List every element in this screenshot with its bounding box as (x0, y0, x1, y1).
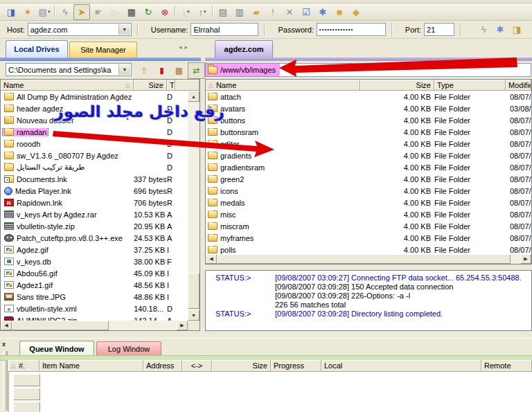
vertical-scrollbar[interactable]: ▲ ▼ (188, 91, 200, 321)
refresh-icon[interactable]: ↻ (140, 4, 157, 20)
quick-connect-icon[interactable]: ϟ (475, 21, 492, 37)
column-header-item-name[interactable]: Item Name (39, 360, 143, 372)
new-document-icon[interactable]: ▤ (36, 4, 53, 20)
list-item[interactable]: miscram 4.00 KB File Folder 08/07/ (206, 220, 531, 232)
list-item[interactable]: misc 4.00 KB File Folder 08/07/ (206, 208, 531, 220)
list-item[interactable]: buttons 4.00 KB File Folder 08/07/ (206, 114, 531, 126)
stop-icon[interactable]: ⊗ (157, 4, 173, 20)
list-item[interactable]: Documents.lnk 337 bytes R (1, 173, 188, 185)
column-header-name[interactable]: Name (1, 80, 134, 91)
chevron-down-icon[interactable]: ▼ (118, 24, 130, 35)
new-folder-icon[interactable]: ▰ (248, 4, 265, 20)
password-field[interactable]: ••••••••••••• (317, 23, 386, 36)
list-item[interactable]: Patch_cuteftp.pro.v8.0.3++.exe 24.53 KB … (1, 232, 188, 244)
close-icon[interactable]: x (2, 341, 6, 348)
column-header-type[interactable]: T (167, 80, 175, 91)
column-header-number[interactable]: #. (8, 360, 39, 372)
tab-remote-site[interactable]: agdez.com (215, 40, 273, 57)
scrollbar-thumb[interactable] (188, 273, 200, 309)
column-header-modified[interactable]: Modified (506, 80, 531, 91)
scrollbar-thumb[interactable] (12, 321, 109, 330)
alert-icon[interactable]: ! (265, 4, 281, 20)
list-item[interactable]: ramadan D (1, 126, 188, 138)
tab-scroll-arrows[interactable]: ◂▸ (179, 44, 190, 51)
username-field[interactable]: Elrrahal (190, 23, 258, 36)
column-header-size[interactable]: Size (360, 80, 434, 91)
list-item[interactable]: Agdez1.gif 48.56 KB I (1, 279, 188, 291)
column-header-type[interactable]: Type (434, 80, 506, 91)
parent-folder-icon[interactable]: ⇧ (136, 62, 153, 79)
scroll-left-icon[interactable]: ◀ (1, 321, 12, 330)
column-header-remote[interactable]: Remote (481, 360, 532, 372)
scroll-right-icon[interactable]: ▶ (520, 254, 531, 264)
list-item[interactable]: header agdez D (1, 102, 188, 114)
list-item[interactable]: Agdez.gif 37.25 KB I (1, 244, 188, 256)
column-header-address[interactable]: Address (143, 360, 182, 372)
remote-path-bar[interactable]: /www/vb/images (205, 63, 531, 77)
sync-folders-icon[interactable]: ⇄ (188, 62, 205, 79)
list-item[interactable]: gradientsram 4.00 KB File Folder 08/07/ (206, 161, 531, 173)
add-to-site-manager-icon[interactable]: ◨ (508, 21, 525, 37)
list-item[interactable]: Media Player.lnk 696 bytes R (1, 185, 188, 197)
column-header-direction[interactable]: <-> (182, 360, 212, 372)
column-header-size[interactable]: Size (134, 80, 167, 91)
site-manager-icon[interactable]: ◨ (3, 4, 19, 20)
list-item[interactable]: medals 4.00 KB File Folder 08/07/ (206, 197, 531, 208)
scroll-left-icon[interactable]: ◀ (206, 254, 217, 264)
grab-tool-icon[interactable]: ☛ (90, 4, 107, 20)
horizontal-scrollbar[interactable]: ◀ ▶ (206, 254, 531, 264)
quick-settings-gear-icon[interactable]: ✱ (492, 21, 508, 37)
list-item[interactable]: vbulletin-style.zip 20.95 KB A (1, 220, 188, 232)
list-item[interactable]: green2 4.00 KB File Folder 08/07/ (206, 173, 531, 185)
queue-list-icon[interactable]: ▤ (215, 4, 231, 20)
column-header-name[interactable]: Name (206, 80, 360, 91)
edit-list-icon[interactable]: ▥ (231, 4, 248, 20)
url-clipboard-icon[interactable]: ▦ (123, 4, 140, 20)
quick-connect-wand-icon[interactable]: ✶ (19, 4, 36, 20)
column-header-local[interactable]: Local (321, 360, 481, 372)
list-item[interactable]: ALIMINIUDG2.zip 142.14... A (1, 314, 188, 321)
list-item[interactable]: sw_V1.3.6 _080707 By Agdez D (1, 150, 188, 161)
list-item[interactable]: attach 4.00 KB File Folder 08/07/ (206, 91, 531, 102)
column-header-size[interactable]: Size (212, 360, 271, 372)
list-item[interactable]: myframes 4.00 KB File Folder 08/07/ (206, 232, 531, 244)
connect-icon[interactable]: ϟ (57, 4, 73, 20)
host-combo[interactable]: agdez.com ▼ (28, 23, 132, 36)
list-item[interactable]: Nouveau dossier D (1, 114, 188, 126)
list-item[interactable]: polls 4.00 KB File Folder 08/07/ (206, 244, 531, 254)
download-icon[interactable]: ↓ (177, 4, 194, 20)
local-path-combo[interactable]: C:\Documents and Settings\ka ▼ (6, 63, 132, 76)
tab-local-drives[interactable]: Local Drives (6, 40, 68, 57)
list-item[interactable]: Rapidown.lnk 706 bytes R (1, 197, 188, 208)
chevron-down-icon[interactable]: ▼ (118, 64, 130, 75)
settings-gear-icon[interactable]: ✱ (314, 4, 331, 20)
column-header-progress[interactable]: Progress (271, 360, 321, 372)
list-item[interactable]: All Dump By Administration Agdez D (1, 91, 188, 102)
red-book-icon[interactable]: ▮ (153, 62, 170, 79)
list-item[interactable]: v_keys.db 38.00 KB F (1, 256, 188, 267)
scrollbar-thumb[interactable] (217, 254, 511, 264)
pointer-tool-icon[interactable]: ➤ (73, 4, 90, 20)
scroll-up-icon[interactable]: ▲ (188, 91, 200, 102)
port-field[interactable]: 21 (424, 23, 454, 36)
list-item[interactable]: icons 4.00 KB File Folder 08/07/ (206, 185, 531, 197)
list-item[interactable]: طريقة تركيب الستايل D (1, 161, 188, 173)
list-item[interactable]: Abdou56.gif 45.09 KB I (1, 267, 188, 279)
list-item[interactable]: Sans titre.JPG 48.86 KB I (1, 291, 188, 303)
list-item[interactable]: avatars 4.00 KB File Folder 03/08/ (206, 102, 531, 114)
arrow-disabled-icon[interactable]: ▷ (107, 4, 123, 20)
view-thumbnails-icon[interactable]: ▩ (170, 62, 188, 79)
list-item[interactable]: v_keys Art by Agdez.rar 10.53 KB A (1, 208, 188, 220)
upload-icon[interactable]: ↑ (194, 4, 211, 20)
list-item[interactable]: gradients 4.00 KB File Folder 08/07/ (206, 150, 531, 161)
scroll-down-icon[interactable]: ▼ (188, 310, 200, 321)
tasks-icon[interactable]: ☑ (298, 4, 314, 20)
list-item[interactable]: buttonsram 4.00 KB File Folder 08/07/ (206, 126, 531, 138)
delete-icon[interactable]: ✕ (281, 4, 298, 20)
identity-icon[interactable]: ☻ (331, 4, 348, 20)
shield-icon[interactable]: ◆ (348, 4, 364, 20)
tab-log-window[interactable]: Log Window (96, 341, 161, 356)
tab-site-manager[interactable]: Site Manager (69, 42, 137, 57)
list-item[interactable]: editor 4.00 KB File Folder 08/07/ (206, 138, 531, 150)
list-item[interactable]: vbulletin-style.xml 140.18... D (1, 303, 188, 314)
